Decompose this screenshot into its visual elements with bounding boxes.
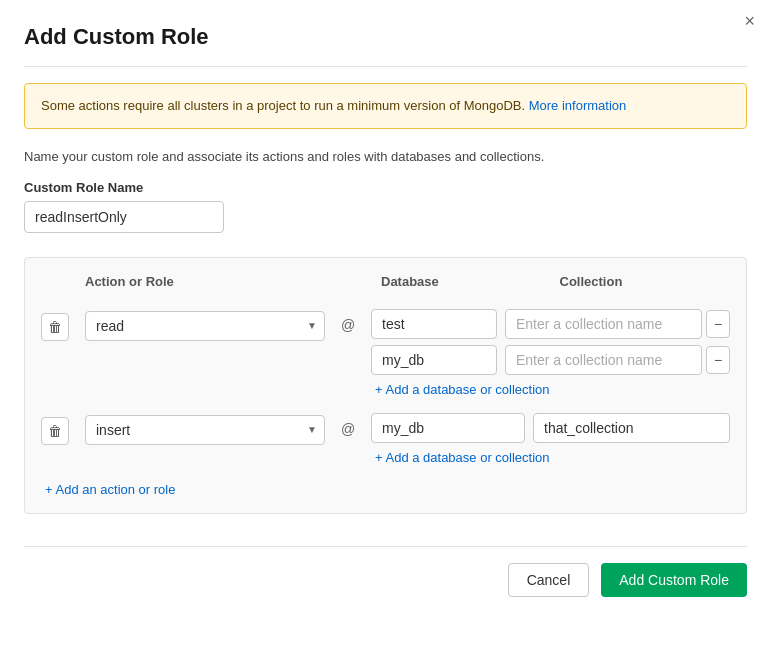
table-header: Action or Role Database Collection xyxy=(41,274,730,297)
add-db-collection-link-row1[interactable]: + Add a database or collection xyxy=(375,382,550,397)
add-action-link[interactable]: + Add an action or role xyxy=(45,482,175,497)
coll-input-row1-1[interactable] xyxy=(505,309,702,339)
header-action-or-role: Action or Role xyxy=(85,274,325,289)
header-collection: Collection xyxy=(560,274,731,289)
modal-title: Add Custom Role xyxy=(24,24,747,50)
warning-text: Some actions require all clusters in a p… xyxy=(41,98,525,113)
coll-input-row2-1[interactable] xyxy=(533,413,730,443)
warning-banner: Some actions require all clusters in a p… xyxy=(24,83,747,129)
db-coll-row xyxy=(371,413,730,443)
db-input-row1-2[interactable] xyxy=(371,345,497,375)
at-sign-row1: @ xyxy=(333,309,363,333)
remove-coll-row1-1-button[interactable]: − xyxy=(706,310,730,338)
title-divider xyxy=(24,66,747,67)
at-sign-row2: @ xyxy=(333,413,363,437)
table-row: 🗑 read insert update delete ▼ @ xyxy=(41,309,730,397)
custom-role-name-input[interactable] xyxy=(24,201,224,233)
delete-row1-button[interactable]: 🗑 xyxy=(41,313,69,341)
add-db-collection-link-row2[interactable]: + Add a database or collection xyxy=(375,450,550,465)
coll-input-row1-2[interactable] xyxy=(505,345,702,375)
add-custom-role-modal: × Add Custom Role Some actions require a… xyxy=(0,0,771,659)
db-coll-row: − xyxy=(371,345,730,375)
table-row: 🗑 read insert update delete ▼ @ xyxy=(41,413,730,465)
db-input-row2-1[interactable] xyxy=(371,413,525,443)
description-text: Name your custom role and associate its … xyxy=(24,149,747,164)
delete-row2-button[interactable]: 🗑 xyxy=(41,417,69,445)
add-db-row1: + Add a database or collection xyxy=(371,381,730,397)
remove-coll-row1-2-button[interactable]: − xyxy=(706,346,730,374)
warning-link[interactable]: More information xyxy=(529,98,627,113)
action-select-row2[interactable]: read insert update delete xyxy=(85,415,325,445)
add-custom-role-button[interactable]: Add Custom Role xyxy=(601,563,747,597)
db-input-row1-1[interactable] xyxy=(371,309,497,339)
db-coll-row: − xyxy=(371,309,730,339)
action-select-row1[interactable]: read insert update delete xyxy=(85,311,325,341)
add-action-row: + Add an action or role xyxy=(41,481,730,497)
add-db-row2: + Add a database or collection xyxy=(371,449,730,465)
close-button[interactable]: × xyxy=(744,12,755,30)
cancel-button[interactable]: Cancel xyxy=(508,563,590,597)
custom-role-name-label: Custom Role Name xyxy=(24,180,747,195)
actions-table: Action or Role Database Collection 🗑 rea… xyxy=(24,257,747,514)
header-database: Database xyxy=(381,274,552,289)
modal-footer: Cancel Add Custom Role xyxy=(24,546,747,597)
